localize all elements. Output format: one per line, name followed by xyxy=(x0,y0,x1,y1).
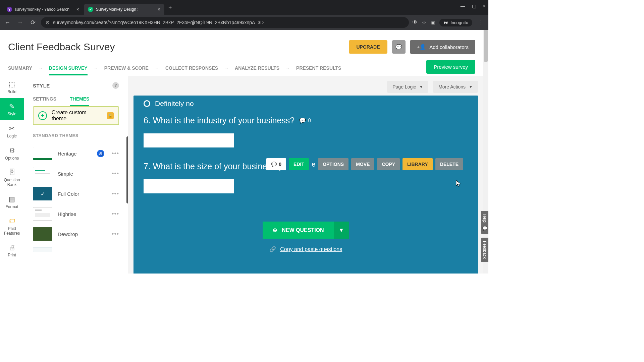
copy-paste-questions-link[interactable]: Copy and paste questions xyxy=(280,246,342,252)
rail-build[interactable]: ⬚Build xyxy=(0,76,24,98)
minimize-icon[interactable]: — xyxy=(461,3,465,9)
comment-count-button[interactable]: 💬 0 xyxy=(266,158,286,170)
question-7[interactable]: 💬 0 EDIT e OPTIONS MOVE COPY LIBRARY DEL… xyxy=(133,156,478,205)
incognito-indicator[interactable]: 🕶 Incognito xyxy=(439,19,472,26)
subtab-settings[interactable]: SETTINGS xyxy=(33,93,56,106)
q7-text-input[interactable] xyxy=(144,179,234,193)
pencil-icon: ✎ xyxy=(9,102,15,110)
rail-style[interactable]: ✎Style xyxy=(0,98,24,120)
workflow-tabs: SUMMARY → DESIGN SURVEY → PREVIEW & SCOR… xyxy=(0,60,483,76)
incognito-label: Incognito xyxy=(450,20,468,25)
site-info-icon[interactable]: ⊙ xyxy=(46,20,50,25)
star-icon[interactable]: ☆ xyxy=(422,19,426,26)
page-logic-dropdown[interactable]: Page Logic▼ xyxy=(387,81,428,93)
theme-next-partial[interactable] xyxy=(33,244,119,255)
chevron-down-icon: ▼ xyxy=(469,85,473,89)
theme-simple[interactable]: Simple ••• xyxy=(33,164,119,184)
url-field[interactable]: ⊙ surveymonkey.com/create/?sm=qWCeo19KXH… xyxy=(41,17,409,28)
tab-design-survey[interactable]: DESIGN SURVEY xyxy=(49,61,88,75)
rail-paid-features[interactable]: 🏷Paid Features xyxy=(0,213,24,240)
theme-name: Highrise xyxy=(58,211,106,217)
new-question-dropdown[interactable]: ▼ xyxy=(334,222,349,239)
help-tab[interactable]: Help! 💬 xyxy=(481,211,488,234)
more-dots-icon[interactable]: ••• xyxy=(112,170,119,177)
tab-analyze-results[interactable]: ANALYZE RESULTS xyxy=(235,61,279,75)
edit-button[interactable]: EDIT xyxy=(289,158,309,170)
create-custom-theme[interactable]: + Create custom theme 🔒 xyxy=(33,106,119,125)
theme-dewdrop[interactable]: Dewdrop ••• xyxy=(33,224,119,244)
help-icon[interactable]: ? xyxy=(112,82,119,89)
style-panel: STYLE ? SETTINGS THEMES + Create custom … xyxy=(24,76,128,274)
new-question-label: NEW QUESTION xyxy=(282,227,324,233)
tab-collect-responses[interactable]: COLLECT RESPONSES xyxy=(165,61,218,75)
favicon-surveymonkey: ✔ xyxy=(88,7,93,12)
tab-summary[interactable]: SUMMARY xyxy=(8,61,32,75)
rail-options[interactable]: ⚙Options xyxy=(0,142,24,165)
comments-button[interactable]: 💬 xyxy=(392,40,406,54)
panel-icon[interactable]: ▣ xyxy=(430,19,435,26)
browser-tab-0[interactable]: Y surveymonkey - Yahoo Search × xyxy=(3,4,83,15)
options-button[interactable]: OPTIONS xyxy=(318,158,348,170)
delete-button[interactable]: DELETE xyxy=(435,158,463,170)
help-label: Help! xyxy=(482,214,487,224)
feedback-tab[interactable]: Feedback xyxy=(481,238,488,262)
page: Client Feedback Survey UPGRADE 💬 +👤 Add … xyxy=(0,30,488,274)
maximize-icon[interactable]: ▢ xyxy=(472,3,476,9)
rail-label: Style xyxy=(7,112,16,116)
back-icon[interactable]: ← xyxy=(3,18,12,27)
forward-icon[interactable]: → xyxy=(15,18,25,27)
tag-icon: 🏷 xyxy=(9,217,15,225)
more-dots-icon[interactable]: ••• xyxy=(112,231,119,238)
question-6[interactable]: 6. What is the industry of your business… xyxy=(133,110,478,156)
tab-present-results[interactable]: PRESENT RESULTS xyxy=(296,61,341,75)
accessibility-icon[interactable]: ♿ xyxy=(97,150,104,157)
chevron-right-icon: → xyxy=(94,65,98,71)
more-dots-icon[interactable]: ••• xyxy=(112,190,119,197)
browser-tab-1[interactable]: ✔ SurveyMonkey Design : × xyxy=(84,4,164,15)
url-text: surveymonkey.com/create/?sm=qWCeo19KXH3H… xyxy=(53,20,264,25)
theme-heritage[interactable]: Heritage ♿ ••• xyxy=(33,143,119,164)
rail-label: Paid Features xyxy=(1,226,22,236)
reload-icon[interactable]: ⟳ xyxy=(28,18,38,27)
preview-survey-button[interactable]: Preview survey xyxy=(426,60,475,74)
move-button[interactable]: MOVE xyxy=(351,158,374,170)
question-5-partial[interactable]: Definitely no xyxy=(133,96,478,110)
close-window-icon[interactable]: × xyxy=(483,3,486,9)
copy-button[interactable]: COPY xyxy=(377,158,400,170)
rail-label: Format xyxy=(5,204,18,209)
new-tab-button[interactable]: + xyxy=(165,4,175,11)
close-tab-icon[interactable]: × xyxy=(158,7,160,12)
rail-format[interactable]: ▤Format xyxy=(0,191,24,213)
survey-title[interactable]: Client Feedback Survey xyxy=(8,41,349,53)
rail-print[interactable]: 🖨Print xyxy=(0,240,24,261)
more-actions-dropdown[interactable]: More Actions▼ xyxy=(433,81,478,93)
library-button[interactable]: LIBRARY xyxy=(402,158,433,170)
close-tab-icon[interactable]: × xyxy=(76,7,79,12)
add-collaborators-button[interactable]: +👤 Add collaborators xyxy=(410,40,476,54)
more-dots-icon[interactable]: ••• xyxy=(112,210,119,218)
new-question-button[interactable]: ⊕ NEW QUESTION xyxy=(263,222,334,239)
sliders-icon: ⚙ xyxy=(9,146,15,155)
page-scrollbar[interactable] xyxy=(483,30,488,274)
theme-highrise[interactable]: Highrise ••• xyxy=(33,204,119,224)
eye-off-icon[interactable]: 👁 xyxy=(412,19,418,25)
theme-thumb xyxy=(33,147,52,160)
page-logic-label: Page Logic xyxy=(392,84,416,89)
upgrade-button[interactable]: UPGRADE xyxy=(349,40,387,54)
rail-question-bank[interactable]: 🗄Question Bank xyxy=(0,165,24,191)
radio-icon[interactable] xyxy=(144,100,150,107)
tab-preview-score[interactable]: PREVIEW & SCORE xyxy=(104,61,149,75)
menu-icon[interactable]: ⋮ xyxy=(476,18,486,27)
q6-text-input[interactable] xyxy=(144,133,234,147)
q6-comment-value: 0 xyxy=(308,118,311,124)
rail-logic[interactable]: ✂Logic xyxy=(0,120,24,142)
theme-full-color[interactable]: ✓ Full Color ••• xyxy=(33,184,119,204)
more-dots-icon[interactable]: ••• xyxy=(112,150,119,157)
speech-bubble-icon: 💬 xyxy=(299,117,306,124)
tab-title-1: SurveyMonkey Design : xyxy=(96,7,155,12)
print-icon: 🖨 xyxy=(9,244,15,251)
window-controls: — ▢ × xyxy=(461,3,486,9)
scrollbar-thumb[interactable] xyxy=(484,30,488,62)
chevron-down-icon: ▼ xyxy=(419,85,423,89)
subtab-themes[interactable]: THEMES xyxy=(70,93,89,106)
